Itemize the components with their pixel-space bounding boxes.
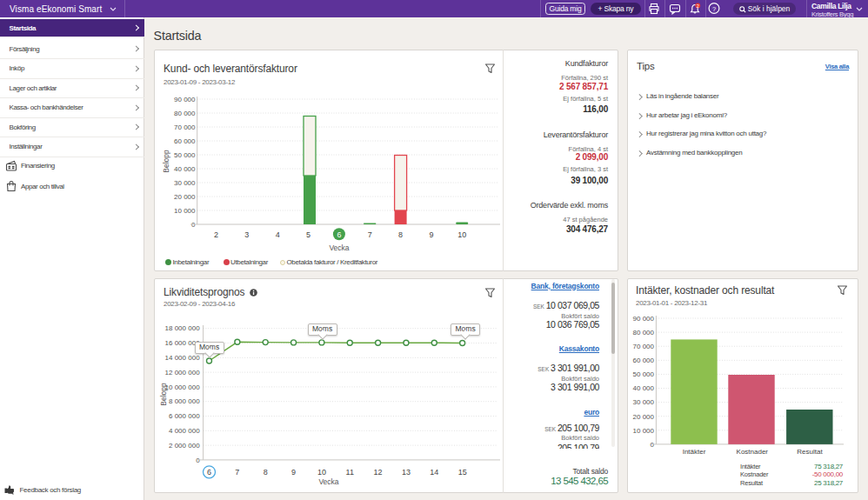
svg-text:10 000: 10 000 (174, 207, 196, 215)
svg-text:60 000: 60 000 (174, 137, 196, 145)
svg-text:18 000 000: 18 000 000 (165, 324, 201, 332)
svg-text:4: 4 (276, 230, 280, 239)
svg-text:9: 9 (429, 230, 433, 239)
svg-text:?: ? (711, 5, 715, 13)
svg-text:2: 2 (697, 3, 699, 9)
svg-text:30 000: 30 000 (174, 179, 196, 187)
svg-text:11: 11 (346, 468, 354, 477)
svg-text:14 000 000: 14 000 000 (165, 354, 201, 362)
svg-text:9: 9 (291, 468, 296, 477)
svg-text:Belopp: Belopp (162, 150, 170, 173)
svg-text:Kostnader: Kostnader (737, 448, 769, 456)
svg-text:2: 2 (214, 230, 218, 239)
svg-text:8: 8 (264, 468, 268, 477)
svg-text:70 000: 70 000 (633, 343, 655, 350)
svg-text:7: 7 (368, 230, 372, 239)
svg-text:8 000 000: 8 000 000 (169, 397, 200, 405)
svg-text:50 000: 50 000 (633, 370, 655, 378)
svg-text:15: 15 (458, 468, 467, 477)
svg-text:Belopp: Belopp (159, 383, 168, 406)
svg-text:70 000: 70 000 (174, 123, 196, 131)
svg-text:Vecka: Vecka (329, 243, 349, 252)
svg-text:4 000 000: 4 000 000 (169, 427, 200, 435)
svg-text:90 000: 90 000 (633, 315, 655, 323)
svg-text:40 000: 40 000 (174, 165, 196, 173)
svg-text:20 000: 20 000 (633, 413, 655, 421)
svg-text:6 000 000: 6 000 000 (169, 412, 200, 420)
svg-text:90 000: 90 000 (174, 96, 196, 103)
svg-text:Vecka: Vecka (318, 477, 338, 486)
svg-text:3: 3 (244, 230, 249, 239)
svg-text:13: 13 (402, 468, 411, 477)
svg-text:7: 7 (235, 468, 239, 477)
svg-text:14: 14 (430, 468, 438, 477)
svg-text:30 000: 30 000 (633, 398, 655, 406)
svg-text:Intäkter: Intäkter (683, 448, 706, 456)
svg-text:10: 10 (457, 230, 466, 239)
svg-text:2 000 000: 2 000 000 (169, 442, 200, 450)
svg-text:12: 12 (374, 468, 383, 477)
svg-text:60 000: 60 000 (633, 357, 655, 364)
svg-text:80 000: 80 000 (174, 110, 196, 117)
svg-text:Resultat: Resultat (797, 448, 823, 456)
svg-text:5: 5 (306, 230, 310, 239)
svg-text:50 000: 50 000 (174, 151, 196, 159)
svg-text:80 000: 80 000 (633, 329, 655, 337)
svg-text:12 000 000: 12 000 000 (165, 369, 201, 377)
svg-text:20 000: 20 000 (174, 193, 196, 201)
svg-text:40 000: 40 000 (633, 384, 655, 392)
svg-text:8: 8 (398, 230, 403, 239)
svg-text:10: 10 (317, 468, 326, 477)
svg-text:10 000: 10 000 (633, 427, 655, 435)
svg-text:6: 6 (207, 468, 211, 477)
svg-text:10 000 000: 10 000 000 (165, 383, 201, 391)
svg-text:6: 6 (337, 230, 341, 239)
